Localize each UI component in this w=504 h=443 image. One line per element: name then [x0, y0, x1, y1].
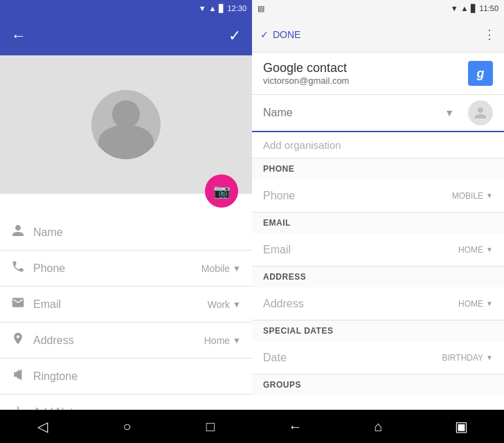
done-check-icon: ✓ [260, 29, 269, 40]
google-letter: g [477, 66, 485, 81]
camera-icon: 📷 [213, 183, 231, 199]
address-field[interactable]: Address [33, 334, 204, 347]
volume-icon [11, 368, 33, 385]
right-toolbar: ✓ DONE ⋮ [252, 17, 504, 53]
address-row[interactable]: Address Home ▼ [0, 323, 252, 359]
left-toolbar: ← ✓ [0, 17, 252, 55]
address-section-header: ADDRESS [252, 266, 504, 287]
avatar-head [112, 100, 140, 128]
email-chevron-icon[interactable]: ▼ [233, 300, 241, 309]
name-expand-icon[interactable]: ▼ [444, 107, 454, 118]
left-nav-bar: ◁ ○ □ [0, 410, 252, 443]
right-phone-field[interactable]: Phone [263, 190, 452, 202]
addnote-row[interactable]: Add Note [0, 395, 252, 410]
email-type: Work [208, 299, 230, 310]
right-email-chevron-icon[interactable]: ▼ [486, 246, 493, 253]
right-name-input-container [263, 107, 436, 119]
camera-fab-button[interactable]: 📷 [205, 174, 238, 208]
ringtone-row[interactable]: Ringtone [0, 359, 252, 395]
right-address-row[interactable]: Address HOME ▼ [252, 287, 504, 320]
phone-icon [11, 260, 33, 277]
avatar-section: 📷 [0, 55, 252, 194]
left-panel: ▼ ▲ ▊ 12:30 ← ✓ 📷 Name [0, 0, 252, 443]
left-time: 12:30 [227, 4, 246, 12]
network-icon: ▲ [209, 4, 217, 12]
address-chevron-icon[interactable]: ▼ [233, 336, 241, 345]
left-nav-back[interactable]: ◁ [37, 418, 48, 435]
contact-title: Google contact [263, 61, 349, 75]
done-label[interactable]: DONE [273, 29, 300, 40]
watermark: phoneArena [467, 401, 501, 408]
org-row[interactable]: Add organisation [252, 132, 504, 159]
left-nav-home[interactable]: ○ [123, 419, 131, 435]
contact-info: Google contact victorson@gmail.com [263, 61, 349, 86]
dates-section-header: SPECIAL DATES [252, 320, 504, 341]
right-signal-icon: ▲ [461, 4, 469, 12]
phone-section-header: PHONE [252, 159, 504, 179]
right-date-row[interactable]: Date BIRTHDAY ▼ [252, 341, 504, 374]
right-email-type: HOME [458, 245, 483, 255]
right-address-type: HOME [458, 299, 483, 309]
right-phone-type: MOBILE [452, 191, 483, 201]
left-status-icons: ▼ ▲ ▊ 12:30 [199, 4, 246, 13]
right-date-type: BIRTHDAY [442, 353, 484, 363]
name-input[interactable] [263, 107, 436, 119]
right-address-chevron-icon[interactable]: ▼ [486, 300, 493, 307]
avatar-shoulders [98, 125, 154, 159]
right-battery-icon: ▊ [471, 4, 476, 13]
phone-field[interactable]: Phone [33, 262, 201, 275]
phone-chevron-icon[interactable]: ▼ [233, 264, 241, 273]
right-nav-bar: ← ⌂ ▣ phoneArena [252, 410, 504, 443]
location-icon [11, 332, 33, 349]
phone-type: Mobile [201, 263, 230, 274]
signal-icon: ▼ [199, 4, 206, 12]
right-avatar [468, 100, 493, 125]
google-icon: g [468, 61, 493, 86]
right-phone-row[interactable]: Phone MOBILE ▼ [252, 179, 504, 213]
name-field[interactable]: Name [33, 226, 241, 239]
right-date-chevron-icon[interactable]: ▼ [486, 354, 493, 361]
contact-header: Google contact victorson@gmail.com g [252, 53, 504, 95]
add-icon [11, 404, 33, 410]
email-field[interactable]: Email [33, 298, 208, 311]
right-notification-icon: ▤ [258, 4, 264, 13]
right-status-left: ▤ [258, 4, 264, 13]
right-status-right: ▼ ▲ ▊ 11:50 [451, 4, 498, 13]
back-button[interactable]: ← [11, 27, 26, 45]
right-nav-home[interactable]: ⌂ [374, 419, 382, 435]
right-phone-chevron-icon[interactable]: ▼ [486, 192, 493, 199]
right-date-field[interactable]: Date [263, 352, 442, 364]
more-options-button[interactable]: ⋮ [483, 27, 496, 42]
right-address-field[interactable]: Address [263, 298, 458, 310]
right-email-row[interactable]: Email HOME ▼ [252, 233, 504, 266]
name-row[interactable]: Name [0, 215, 252, 251]
left-status-bar: ▼ ▲ ▊ 12:30 [0, 0, 252, 17]
right-name-row[interactable]: ▼ [252, 95, 504, 132]
groups-section-header: GROUPS [252, 374, 504, 395]
right-time: 11:50 [479, 4, 498, 12]
person-icon [11, 224, 33, 241]
right-panel: ▤ ▼ ▲ ▊ 11:50 ✓ DONE ⋮ Google contact vi… [252, 0, 504, 443]
ringtone-field[interactable]: Ringtone [33, 370, 241, 383]
avatar [91, 90, 161, 159]
right-email-field[interactable]: Email [263, 244, 458, 256]
left-form: Name Phone Mobile ▼ Email Work ▼ Address [0, 194, 252, 410]
right-nav-back[interactable]: ← [288, 419, 302, 435]
email-icon [11, 296, 33, 313]
left-nav-recents[interactable]: □ [206, 419, 215, 435]
done-button[interactable]: ✓ DONE [260, 29, 300, 40]
avatar-body [91, 90, 161, 159]
org-field[interactable]: Add organisation [263, 139, 341, 151]
address-type: Home [204, 335, 230, 346]
save-button[interactable]: ✓ [228, 27, 241, 45]
right-nav-recents[interactable]: ▣ [455, 418, 468, 435]
email-section-header: EMAIL [252, 213, 504, 233]
right-status-bar: ▤ ▼ ▲ ▊ 11:50 [252, 0, 504, 17]
contact-email: victorson@gmail.com [263, 75, 349, 86]
battery-icon: ▊ [219, 4, 224, 13]
email-row[interactable]: Email Work ▼ [0, 287, 252, 323]
phone-row[interactable]: Phone Mobile ▼ [0, 251, 252, 287]
right-wifi-icon: ▼ [451, 4, 458, 12]
